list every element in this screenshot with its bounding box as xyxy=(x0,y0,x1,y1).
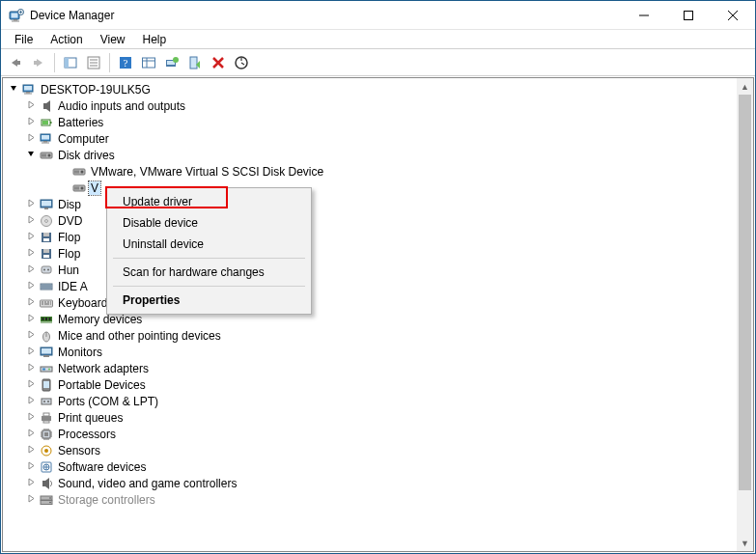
close-button[interactable] xyxy=(711,1,755,29)
enable-device-button[interactable] xyxy=(184,52,206,73)
tree-item[interactable]: Portable Devices xyxy=(3,376,737,393)
chevron-right-icon[interactable] xyxy=(24,429,38,437)
back-button[interactable] xyxy=(5,52,26,73)
computer-icon xyxy=(20,82,38,97)
chevron-down-icon[interactable] xyxy=(24,150,38,158)
chevron-right-icon[interactable] xyxy=(24,330,38,339)
svg-rect-71 xyxy=(43,413,49,416)
mouse-icon xyxy=(38,328,55,344)
context-menu-properties[interactable]: Properties xyxy=(109,290,309,311)
chevron-right-icon[interactable] xyxy=(24,412,38,421)
svg-rect-66 xyxy=(43,381,49,388)
update-driver-button[interactable] xyxy=(161,52,182,73)
chevron-right-icon[interactable] xyxy=(24,461,38,470)
svg-rect-34 xyxy=(74,170,79,173)
tree-item[interactable]: Mice and other pointing devices xyxy=(3,327,737,344)
tree-item[interactable]: Storage controllers xyxy=(3,491,737,508)
device-tree[interactable]: DESKTOP-19ULK5G Audio inputs and outputs… xyxy=(3,78,737,551)
tree-item[interactable]: Processors xyxy=(3,426,737,442)
tree-item[interactable]: Computer xyxy=(3,130,737,147)
svg-rect-72 xyxy=(43,421,49,423)
context-menu-update-driver[interactable]: Update driver xyxy=(109,191,309,212)
tree-item-label: Disp xyxy=(56,198,83,211)
svg-rect-3 xyxy=(12,20,19,21)
chevron-right-icon[interactable] xyxy=(24,248,38,257)
chevron-right-icon[interactable] xyxy=(24,199,38,208)
tree-item[interactable]: Disk drives xyxy=(3,147,737,163)
scan-hardware-button[interactable] xyxy=(231,52,252,73)
menu-action[interactable]: Action xyxy=(42,31,90,48)
scrollbar-track[interactable] xyxy=(737,95,753,535)
context-menu-disable-device[interactable]: Disable device xyxy=(109,212,309,234)
properties-button[interactable] xyxy=(83,52,104,73)
svg-rect-39 xyxy=(42,201,51,207)
svg-rect-5 xyxy=(685,11,693,19)
chevron-down-icon[interactable] xyxy=(7,84,20,93)
svg-rect-24 xyxy=(42,121,48,125)
chevron-right-icon[interactable] xyxy=(24,494,38,503)
chevron-right-icon[interactable] xyxy=(24,117,38,125)
tree-item[interactable]: Print queues xyxy=(3,409,737,426)
disk-icon xyxy=(70,180,88,196)
tree-item-label: Audio inputs and outputs xyxy=(56,99,187,113)
menu-help[interactable]: Help xyxy=(135,31,175,48)
tree-item-label: Mice and other pointing devices xyxy=(56,329,223,343)
chevron-right-icon[interactable] xyxy=(24,363,38,372)
context-menu-scan-hardware[interactable]: Scan for hardware changes xyxy=(109,262,309,283)
chevron-right-icon[interactable] xyxy=(24,264,38,273)
tree-item[interactable]: Ports (COM & LPT) xyxy=(3,393,737,409)
show-hide-console-button[interactable] xyxy=(60,52,81,73)
uninstall-button[interactable] xyxy=(208,52,229,73)
chevron-right-icon[interactable] xyxy=(24,100,38,109)
context-menu-uninstall-device[interactable]: Uninstall device xyxy=(109,234,309,255)
port-icon xyxy=(38,394,55,409)
svg-point-30 xyxy=(48,153,51,156)
svg-rect-57 xyxy=(49,318,51,320)
menu-file[interactable]: File xyxy=(7,31,41,48)
chevron-right-icon[interactable] xyxy=(24,478,38,486)
tree-item-label: Hun xyxy=(56,263,81,277)
tree-item[interactable]: Sensors xyxy=(3,442,737,458)
svg-rect-18 xyxy=(24,86,32,91)
tree-item[interactable]: Sound, video and game controllers xyxy=(3,475,737,491)
disk-icon xyxy=(70,164,88,180)
chevron-right-icon[interactable] xyxy=(24,232,38,240)
minimize-button[interactable] xyxy=(622,1,666,29)
chevron-right-icon[interactable] xyxy=(24,133,38,142)
tree-item[interactable]: Network adapters xyxy=(3,360,737,376)
tree-root-label: DESKTOP-19ULK5G xyxy=(39,83,153,97)
chevron-right-icon[interactable] xyxy=(24,314,38,322)
titlebar: Device Manager xyxy=(1,1,755,30)
tree-item[interactable]: VMware, VMware Virtual S SCSI Disk Devic… xyxy=(3,163,737,180)
tree-item-label: Flop xyxy=(56,231,82,244)
chevron-right-icon[interactable] xyxy=(24,379,38,388)
tree-item[interactable]: Monitors xyxy=(3,344,737,360)
chevron-right-icon[interactable] xyxy=(24,396,38,404)
maximize-button[interactable] xyxy=(666,1,711,29)
chevron-right-icon[interactable] xyxy=(24,297,38,306)
chevron-right-icon[interactable] xyxy=(24,445,38,454)
scroll-up-button[interactable]: ▲ xyxy=(737,78,753,95)
chevron-right-icon[interactable] xyxy=(24,215,38,224)
software-icon xyxy=(38,459,55,475)
vertical-scrollbar[interactable]: ▲ ▼ xyxy=(737,78,753,551)
chevron-right-icon[interactable] xyxy=(24,281,38,290)
toolbar-separator xyxy=(54,53,55,72)
svg-rect-37 xyxy=(74,186,79,189)
menu-view[interactable]: View xyxy=(93,31,133,48)
forward-button[interactable] xyxy=(28,52,49,73)
tree-item[interactable]: Audio inputs and outputs xyxy=(3,97,737,114)
battery-icon xyxy=(38,115,55,130)
svg-point-83 xyxy=(49,501,51,503)
scrollbar-thumb[interactable] xyxy=(739,95,751,490)
tree-item-label: VMware, VMware Virtual S SCSI Disk Devic… xyxy=(89,165,325,179)
portable-icon xyxy=(38,377,55,393)
help-button[interactable]: ? xyxy=(115,52,136,73)
svg-rect-62 xyxy=(41,367,52,372)
view-button[interactable] xyxy=(138,52,159,73)
tree-item[interactable]: Batteries xyxy=(3,114,737,130)
tree-root[interactable]: DESKTOP-19ULK5G xyxy=(3,81,737,97)
chevron-right-icon[interactable] xyxy=(24,346,38,355)
scroll-down-button[interactable]: ▼ xyxy=(737,535,753,551)
tree-item[interactable]: Software devices xyxy=(3,458,737,475)
